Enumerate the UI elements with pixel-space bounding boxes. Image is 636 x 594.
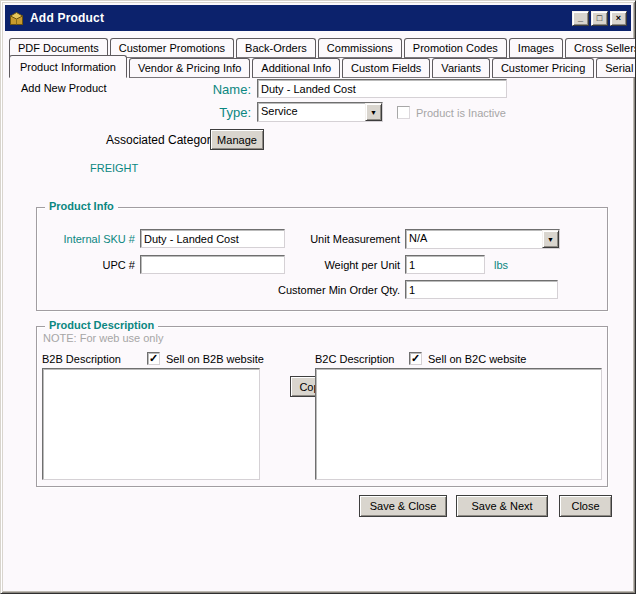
unit-measurement-value: N/A [406, 230, 542, 248]
tab-additional-info[interactable]: Additional Info [252, 58, 340, 78]
product-info-group: Product Info Internal SKU # Unit Measure… [36, 207, 608, 311]
b2c-sell-label: Sell on B2C website [428, 353, 526, 365]
b2b-description-textarea[interactable] [42, 368, 260, 480]
close-button[interactable]: Close [559, 495, 612, 517]
check-icon: ✓ [411, 352, 420, 364]
chevron-down-icon[interactable]: ▼ [365, 103, 382, 121]
b2b-description-label: B2B Description [42, 353, 121, 365]
tab-serial-numbers[interactable]: Serial #'s [596, 58, 636, 78]
tab-customer-promotions[interactable]: Customer Promotions [110, 38, 234, 58]
page-title: Add New Product [21, 82, 107, 94]
tab-commissions[interactable]: Commissions [318, 38, 402, 58]
weight-input[interactable] [405, 255, 485, 274]
tab-customer-pricing[interactable]: Customer Pricing [492, 58, 594, 78]
close-icon[interactable]: × [610, 11, 627, 26]
package-icon [9, 11, 25, 26]
product-description-group-title: Product Description [45, 319, 158, 331]
internal-sku-label: Internal SKU # [37, 233, 135, 245]
web-use-note: NOTE: For web use only [43, 332, 163, 344]
tab-cross-sellers[interactable]: Cross Sellers [565, 38, 636, 58]
b2b-sell-label: Sell on B2B website [166, 353, 264, 365]
b2b-sell-checkbox[interactable]: ✓ [147, 352, 160, 365]
upc-label: UPC # [37, 259, 135, 271]
maximize-icon[interactable]: □ [591, 11, 608, 26]
check-icon: ✓ [149, 352, 158, 364]
min-order-qty-label: Customer Min Order Qty. [202, 284, 400, 296]
window-title: Add Product [30, 11, 570, 25]
minimize-icon[interactable]: _ [572, 11, 589, 26]
tab-variants[interactable]: Variants [432, 58, 490, 78]
tab-vendor-pricing-info[interactable]: Vendor & Pricing Info [129, 58, 250, 78]
product-info-group-title: Product Info [45, 200, 118, 212]
tab-promotion-codes[interactable]: Promotion Codes [404, 38, 507, 58]
category-value: FREIGHT [90, 162, 138, 174]
save-close-button[interactable]: Save & Close [359, 495, 447, 517]
tab-back-orders[interactable]: Back-Orders [236, 38, 316, 58]
b2c-sell-checkbox[interactable]: ✓ [409, 352, 422, 365]
tab-product-information[interactable]: Product Information [9, 55, 127, 78]
save-next-button[interactable]: Save & Next [456, 495, 548, 517]
add-product-window: Add Product _ □ × PDF Documents Customer… [0, 0, 636, 594]
tab-images[interactable]: Images [509, 38, 563, 58]
b2c-description-textarea[interactable] [315, 368, 602, 480]
tab-row-primary: Product Information Vendor & Pricing Inf… [9, 58, 636, 78]
type-selected-value: Service [258, 103, 365, 121]
associated-categories-label: Associated Categories [106, 133, 226, 147]
title-bar: Add Product _ □ × [5, 5, 631, 31]
chevron-down-icon[interactable]: ▼ [542, 230, 559, 248]
b2c-description-label: B2C Description [315, 353, 394, 365]
min-order-qty-input[interactable] [405, 280, 558, 299]
product-inactive-checkbox [397, 106, 410, 119]
manage-button[interactable]: Manage [210, 129, 264, 150]
weight-per-unit-label: Weight per Unit [202, 259, 400, 271]
product-inactive-label: Product is Inactive [416, 107, 506, 119]
name-label: Name: [151, 82, 251, 97]
product-description-group: Product Description NOTE: For web use on… [36, 326, 608, 487]
type-select[interactable]: Service ▼ [257, 102, 383, 122]
weight-unit-label: lbs [494, 259, 508, 271]
unit-measurement-label: Unit Measurement [202, 233, 400, 245]
unit-measurement-select[interactable]: N/A ▼ [405, 229, 560, 249]
tab-custom-fields[interactable]: Custom Fields [342, 58, 430, 78]
type-label: Type: [151, 105, 251, 120]
name-input[interactable] [257, 79, 507, 98]
